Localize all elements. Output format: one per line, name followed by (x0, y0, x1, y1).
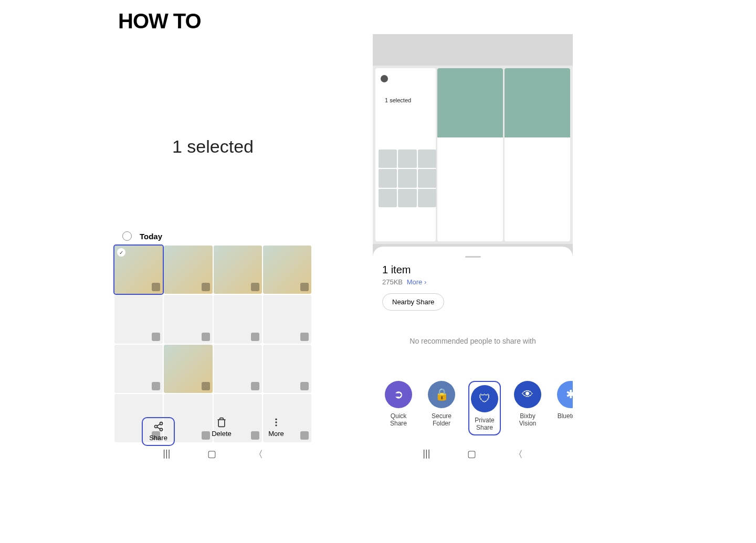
delete-label: Delete (212, 430, 232, 438)
delete-button[interactable]: Delete (212, 417, 232, 446)
nav-bar: ||| ▢ 〈 (373, 448, 573, 461)
thumbnail[interactable] (164, 345, 212, 393)
quick-share-app[interactable]: ➲Quick Share (382, 381, 415, 435)
bluetooth-app[interactable]: ✱Bluetooth (554, 381, 573, 435)
backdrop-panel (437, 68, 503, 241)
svg-line-3 (157, 427, 160, 429)
sheet-title: 1 item (382, 264, 563, 276)
checkbox-icon (381, 75, 388, 82)
private-share-icon: 🛡 (471, 385, 498, 412)
thumbnail[interactable] (214, 295, 262, 343)
mini-grid (379, 150, 436, 207)
thumbnail[interactable] (263, 345, 311, 393)
more-label: More (268, 430, 284, 438)
svg-point-5 (275, 419, 277, 420)
secure-folder-icon: 🔒 (428, 381, 455, 408)
nearby-share-button[interactable]: Nearby Share (382, 293, 444, 311)
bixby-vision-app[interactable]: 👁Bixby Vision (511, 381, 544, 435)
selected-mini: 1 selected (385, 97, 411, 103)
more-button[interactable]: More (268, 417, 284, 446)
more-icon (271, 417, 281, 428)
svg-point-2 (160, 428, 162, 431)
gallery-backdrop: 1 selected (373, 66, 573, 244)
svg-point-6 (275, 421, 277, 423)
today-label: Today (140, 232, 162, 241)
more-link[interactable]: More › (407, 278, 427, 286)
recents-nav-icon[interactable]: ||| (423, 448, 430, 461)
bottom-toolbar: Share Delete More (113, 417, 313, 446)
svg-line-4 (157, 424, 160, 425)
thumbnail[interactable] (164, 246, 212, 294)
bixby-vision-icon: 👁 (514, 381, 541, 408)
phone-gallery: 1 selected Today Share Delete Mo (113, 34, 313, 462)
private-share-app[interactable]: 🛡Private Share (468, 381, 501, 435)
select-all-checkbox[interactable] (122, 231, 132, 241)
back-nav-icon[interactable]: 〈 (254, 448, 263, 461)
svg-point-7 (275, 424, 277, 426)
thumbnail[interactable] (164, 295, 212, 343)
no-recommended-text: No recommended people to share with (382, 337, 563, 345)
quick-share-icon: ➲ (385, 381, 412, 408)
share-apps-row: ➲Quick Share 🔒Secure Folder 🛡Private Sha… (382, 381, 573, 435)
trash-icon (216, 417, 227, 428)
recents-nav-icon[interactable]: ||| (163, 448, 170, 461)
svg-point-0 (160, 422, 162, 425)
secure-folder-app[interactable]: 🔒Secure Folder (425, 381, 458, 435)
backdrop-panel: 1 selected (375, 68, 436, 241)
selected-count: 1 selected (113, 136, 313, 157)
thumbnail[interactable] (214, 345, 262, 393)
share-label: Share (149, 434, 167, 442)
thumbnail[interactable] (263, 295, 311, 343)
thumbnail[interactable] (114, 295, 163, 343)
bluetooth-icon: ✱ (557, 381, 573, 408)
share-icon (153, 421, 164, 432)
share-button[interactable]: Share (142, 417, 175, 446)
nav-bar: ||| ▢ 〈 (113, 448, 313, 461)
sheet-handle[interactable] (465, 256, 481, 258)
home-nav-icon[interactable]: ▢ (467, 448, 476, 461)
thumbnail[interactable] (214, 246, 262, 294)
thumbnail[interactable] (263, 246, 311, 294)
back-nav-icon[interactable]: 〈 (513, 448, 523, 461)
thumbnail[interactable] (114, 345, 163, 393)
phone-share-sheet: 1 selected 1 item 275KB More › Nearby Sh… (373, 34, 573, 462)
home-nav-icon[interactable]: ▢ (207, 448, 216, 461)
today-row[interactable]: Today (122, 231, 162, 241)
thumbnail-grid (113, 244, 313, 444)
sheet-subtitle: 275KB More › (382, 278, 563, 286)
page-heading: HOW TO (118, 9, 201, 33)
svg-point-1 (154, 425, 157, 428)
share-sheet: 1 item 275KB More › Nearby Share No reco… (373, 247, 573, 462)
thumbnail[interactable] (114, 246, 163, 294)
backdrop-panel (505, 68, 570, 241)
